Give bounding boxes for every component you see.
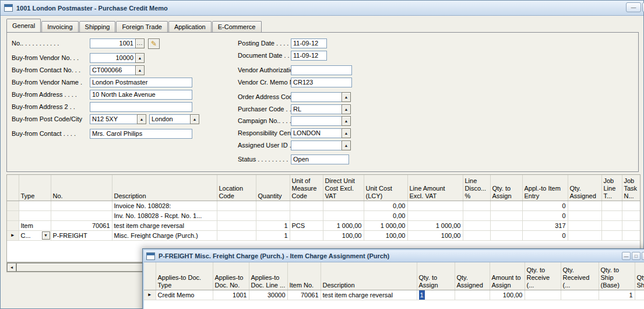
buy-from-city-input[interactable]: London	[149, 114, 191, 124]
cell-applies-to-doc-type[interactable]: Credit Memo	[156, 290, 213, 300]
cell-location-code[interactable]	[217, 230, 256, 240]
responsibility-center-input[interactable]: LONDON	[291, 128, 342, 138]
buy-from-address-2-input[interactable]	[90, 102, 192, 112]
cell-qty-to-assign[interactable]	[490, 201, 522, 210]
cell-uom[interactable]	[290, 230, 323, 240]
cell-line-amount[interactable]: 1 000,00	[407, 220, 463, 230]
cell-line-discount[interactable]	[463, 201, 490, 210]
cell-line-discount[interactable]	[463, 220, 490, 230]
buy-from-vendor-name-input[interactable]: London Postmaster	[90, 78, 192, 87]
cell-job-line-type[interactable]	[601, 201, 622, 210]
cell-job-task-no[interactable]	[622, 230, 641, 240]
cell-uom[interactable]	[290, 201, 323, 210]
edit-button[interactable]: ✎	[148, 38, 160, 49]
cell-direct-unit-cost[interactable]	[323, 201, 364, 210]
cell-unit-cost-lcy[interactable]: 1 000,00	[364, 220, 407, 230]
assignment-close-button[interactable]: ×	[642, 252, 644, 260]
cell-qty-to-assign[interactable]	[490, 210, 522, 220]
cell-amount-to-assign[interactable]: 100,00	[490, 290, 525, 300]
cell-description[interactable]: test item charge reversal	[112, 220, 217, 230]
vendor-cr-memo-no-input[interactable]: CR123	[291, 78, 352, 87]
responsibility-center-lookup-button[interactable]: ▲	[342, 128, 351, 138]
no-input[interactable]: 1001	[90, 38, 136, 48]
buy-from-contact-no-input[interactable]: CT000066	[90, 65, 136, 75]
main-titlebar[interactable]: 1001 London Postmaster - Purchase Credit…	[1, 1, 643, 16]
cell-direct-unit-cost[interactable]: 1 000,00	[323, 220, 364, 230]
assignment-minimize-button[interactable]: —	[622, 252, 631, 260]
cell-location-code[interactable]	[217, 220, 256, 230]
cell-job-task-no[interactable]	[622, 220, 641, 230]
cell-job-line-type[interactable]	[601, 230, 622, 240]
buy-from-vendor-no-lookup-button[interactable]: ▲	[135, 53, 145, 63]
cell-job-task-no[interactable]	[622, 201, 641, 210]
cell-line-discount[interactable]	[463, 210, 490, 220]
cell-line-amount[interactable]	[407, 201, 463, 210]
purchaser-code-lookup-button[interactable]: ▲	[342, 104, 351, 114]
row-selector-current[interactable]: ►	[144, 290, 156, 300]
post-code-lookup-button[interactable]: ▲	[137, 114, 146, 124]
cell-type[interactable]: C...▼	[19, 230, 51, 240]
tab-invoicing[interactable]: Invoicing	[41, 21, 78, 32]
cell-qty-to-assign[interactable]	[490, 220, 522, 230]
row-selector-current[interactable]: ►	[7, 230, 19, 240]
row-selector[interactable]	[7, 210, 19, 220]
scroll-left-button[interactable]: ◄	[7, 263, 16, 272]
cell-no[interactable]: 70061	[51, 220, 112, 230]
tab-shipping[interactable]: Shipping	[79, 21, 116, 32]
cell-appl-to-item-entry[interactable]: 0	[522, 230, 568, 240]
cell-description[interactable]: Invoice No. 108028:	[112, 201, 217, 210]
cell-qty-shipped-base[interactable]	[635, 290, 644, 300]
cell-qty-to-receive-base[interactable]	[525, 290, 561, 300]
cell-description[interactable]: Misc. Freight Charge (Purch.)	[112, 230, 217, 240]
cell-qty-assigned[interactable]	[568, 201, 601, 210]
cell-job-line-type[interactable]	[601, 210, 622, 220]
cell-type[interactable]: Item	[19, 220, 51, 230]
cell-job-task-no[interactable]	[622, 210, 641, 220]
tab-general[interactable]: General	[6, 19, 41, 32]
document-date-input[interactable]: 11-09-12	[291, 51, 327, 61]
minimize-button[interactable]: —	[626, 2, 641, 12]
cell-appl-to-item-entry[interactable]: 0	[522, 201, 568, 210]
cell-unit-cost-lcy[interactable]: 0,00	[364, 201, 407, 210]
posting-date-input[interactable]: 11-09-12	[291, 38, 327, 48]
cell-job-line-type[interactable]	[601, 220, 622, 230]
cell-item-no[interactable]: 70061	[287, 290, 321, 300]
cell-type[interactable]	[19, 210, 51, 220]
type-dropdown-button[interactable]: ▼	[42, 231, 50, 240]
cell-line-amount[interactable]: 100,00	[407, 230, 463, 240]
cell-qty-assigned[interactable]	[568, 230, 601, 240]
buy-from-contact-input[interactable]: Mrs. Carol Philips	[90, 129, 192, 139]
cell-qty-received-base[interactable]	[561, 290, 599, 300]
campaign-no-lookup-button[interactable]: ▲	[342, 116, 351, 126]
cell-no[interactable]	[51, 210, 112, 220]
cell-quantity[interactable]: 1	[256, 220, 290, 230]
row-selector[interactable]	[7, 201, 19, 210]
buy-from-contact-no-lookup-button[interactable]: ▲	[135, 65, 145, 75]
city-lookup-button[interactable]: ▲	[190, 114, 199, 124]
cell-line-amount[interactable]	[407, 210, 463, 220]
vendor-authorization-no-input[interactable]	[291, 65, 352, 75]
tab-e-commerce[interactable]: E-Commerce	[212, 21, 262, 32]
cell-qty-assigned[interactable]	[568, 210, 601, 220]
cell-location-code[interactable]	[217, 210, 256, 220]
assignment-titlebar[interactable]: P-FREIGHT Misc. Freight Charge (Purch.) …	[144, 250, 644, 262]
cell-type[interactable]	[19, 201, 51, 210]
row-selector[interactable]	[7, 220, 19, 230]
purchaser-code-input[interactable]: RL	[291, 104, 342, 114]
cell-no[interactable]	[51, 201, 112, 210]
cell-appl-to-item-entry[interactable]: 317	[522, 220, 568, 230]
cell-qty-assigned[interactable]	[455, 290, 490, 300]
cell-uom[interactable]: PCS	[290, 220, 323, 230]
cell-appl-to-item-entry[interactable]: 0	[522, 210, 568, 220]
cell-qty-to-assign-editing[interactable]: 1	[417, 290, 455, 300]
cell-qty-assigned[interactable]	[568, 220, 601, 230]
cell-description[interactable]: Inv. No. 108028 - Rcpt. No. 1...	[112, 210, 217, 220]
cell-quantity[interactable]	[256, 210, 290, 220]
campaign-no-input[interactable]	[291, 116, 342, 126]
buy-from-address-input[interactable]: 10 North Lake Avenue	[90, 90, 192, 100]
cell-unit-cost-lcy[interactable]: 0,00	[364, 210, 407, 220]
cell-uom[interactable]	[290, 210, 323, 220]
buy-from-vendor-no-input[interactable]: 10000	[90, 53, 136, 63]
buy-from-post-code-input[interactable]: N12 5XY	[90, 114, 138, 124]
cell-quantity[interactable]: 1	[256, 230, 290, 240]
